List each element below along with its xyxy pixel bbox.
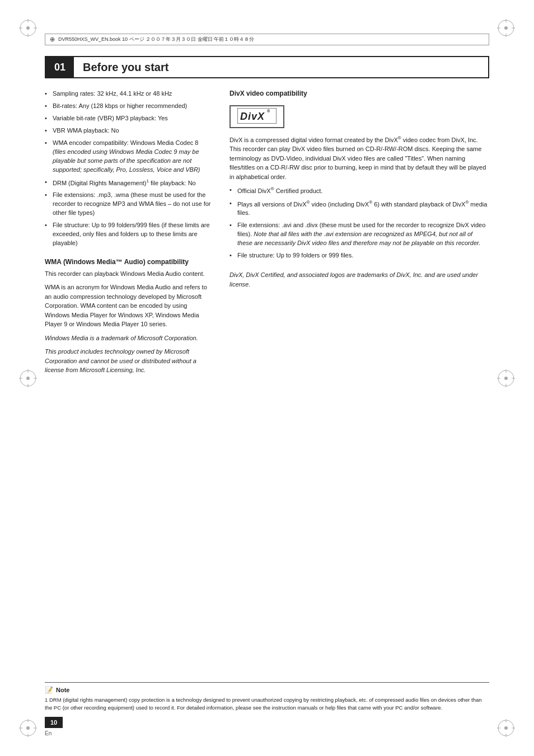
note-icon: 📝 (45, 686, 53, 694)
svg-point-13 (26, 726, 30, 730)
bullet-bitrates: Bit-rates: Any (128 kbps or higher recom… (45, 102, 213, 111)
svg-point-25 (26, 377, 30, 380)
svg-point-31 (504, 377, 508, 380)
reg-mark-tl (17, 17, 39, 39)
svg-point-1 (26, 26, 30, 30)
wma-body: WMA is an acronym for Windows Media Audi… (45, 283, 213, 329)
note-text: 1 DRM (digital rights management) copy p… (45, 696, 489, 711)
wma-intro: This recorder can playback Windows Media… (45, 269, 213, 279)
bullet-sampling: Sampling rates: 32 kHz, 44.1 kHz or 48 k… (45, 90, 213, 98)
chapter-title: Before you start (74, 61, 177, 74)
note-label: Note (56, 687, 69, 693)
reg-mark-ml (17, 367, 39, 389)
wma-bullet-list: Sampling rates: 32 kHz, 44.1 kHz or 48 k… (45, 90, 213, 248)
arrow-icon: ⊕ (50, 36, 55, 43)
wma-tech: This product includes technology owned b… (45, 347, 213, 375)
bullet-vbr-wma: VBR WMA playback: No (45, 126, 213, 135)
divx-bullet-versions: Plays all versions of DivX® video (inclu… (229, 199, 489, 218)
wma-trademark: Windows Media is a trademark of Microsof… (45, 334, 213, 343)
bullet-extensions: File extensions: .mp3, .wma (these must … (45, 191, 213, 218)
metadata-bar: ⊕ DVR550HXS_WV_EN.book 10 ページ ２００７年３月３０日… (45, 34, 489, 45)
chapter-header: 01 Before you start (45, 56, 489, 78)
left-column: Sampling rates: 32 kHz, 44.1 kHz or 48 k… (45, 90, 213, 379)
bullet-drm: DRM (Digital Rights Management)1 file pl… (45, 178, 213, 188)
reg-mark-mr (495, 367, 517, 389)
content-columns: Sampling rates: 32 kHz, 44.1 kHz or 48 k… (45, 90, 489, 379)
bullet-structure: File structure: Up to 99 folders/999 fil… (45, 221, 213, 248)
note-header: 📝 Note (45, 686, 489, 694)
svg-point-19 (504, 726, 508, 730)
bullet-vbr-mp3: Variable bit-rate (VBR) MP3 playback: Ye… (45, 114, 213, 123)
page-number: 10 (45, 717, 63, 728)
svg-point-7 (504, 26, 508, 30)
svg-text:®: ® (267, 109, 270, 113)
divx-bullet-structure: File structure: Up to 99 folders or 999 … (229, 251, 489, 260)
chapter-number: 01 (46, 57, 74, 77)
divx-bullet-certified: Official DivX® Certified product. (229, 186, 489, 196)
divx-section-heading: DivX video compatibility (229, 90, 489, 97)
reg-mark-bl (17, 717, 39, 739)
metadata-text: DVR550HXS_WV_EN.book 10 ページ ２００７年３月３０日 金… (58, 36, 254, 43)
wma-section-heading: WMA (Windows Media™ Audio) compatibility (45, 258, 213, 266)
right-column: DivX video compatibility DivX ® DivX is … (229, 90, 489, 379)
reg-mark-tr (495, 17, 517, 39)
page-lang: En (45, 730, 51, 736)
divx-bullet-extensions: File extensions: .avi and .divx (these m… (229, 221, 489, 248)
main-content: 01 Before you start Sampling rates: 32 k… (45, 56, 489, 711)
divx-footer: DivX, DivX Certified, and associated log… (229, 270, 489, 289)
svg-text:DivX: DivX (240, 111, 265, 122)
reg-mark-br (495, 717, 517, 739)
divx-logo: DivX ® (229, 101, 489, 135)
bullet-wma-encoder: WMA encoder compatibility: Windows Media… (45, 139, 213, 175)
divx-bullet-list: Official DivX® Certified product. Plays … (229, 186, 489, 260)
divx-logo-text: DivX ® (229, 105, 284, 128)
divx-body1: DivX is a compressed digital video forma… (229, 135, 489, 181)
note-box: 📝 Note 1 DRM (digital rights management)… (45, 682, 489, 711)
